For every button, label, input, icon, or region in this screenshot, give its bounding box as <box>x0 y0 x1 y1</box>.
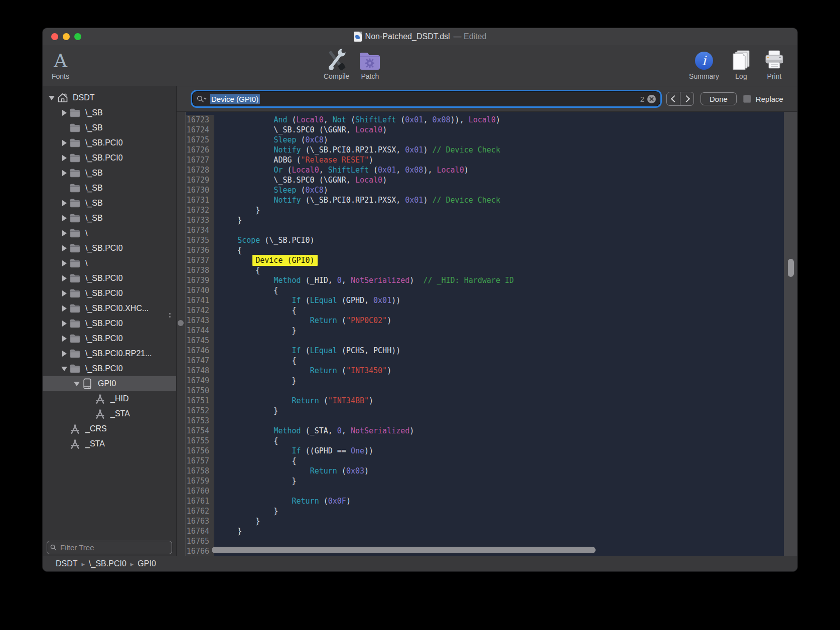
tree-item-sb[interactable]: \_SB <box>43 181 176 196</box>
code-line: 16746 If (LEqual (PCHS, PCHH)) <box>185 346 784 356</box>
tree-item-sbpci0[interactable]: \_SB.PCI0 <box>43 361 176 376</box>
line-number: 16746 <box>185 346 214 356</box>
tree-item-sta[interactable]: _STA <box>43 436 176 451</box>
filter-tree-input[interactable] <box>59 543 169 552</box>
tree-item-sb[interactable]: \_SB <box>43 211 176 226</box>
disclosure-closed-icon[interactable] <box>59 351 69 357</box>
disclosure-closed-icon[interactable] <box>59 170 69 176</box>
tree-item-sbpci0[interactable]: \_SB.PCI0 <box>43 271 176 286</box>
code-line: 16738 { <box>185 265 784 275</box>
tree-item-sbpci0[interactable]: \_SB.PCI0 <box>43 241 176 256</box>
tree-item-label: _STA <box>85 439 105 448</box>
disclosure-closed-icon[interactable] <box>59 215 69 221</box>
breadcrumb: DSDT▸\_SB.PCI0▸GPI0 <box>43 556 797 571</box>
elevator-strip[interactable] <box>177 112 186 556</box>
disclosure-closed-icon[interactable] <box>59 290 69 296</box>
compile-button[interactable]: Compile <box>324 48 349 80</box>
tree-item-label: \_SB.PCI0.RP21... <box>85 349 152 358</box>
document-icon <box>354 32 362 42</box>
breadcrumb-item[interactable]: DSDT <box>56 559 78 568</box>
splitter-grip[interactable] <box>169 313 171 318</box>
disclosure-open-icon[interactable] <box>59 367 69 371</box>
tree-item-sbpci0[interactable]: \_SB.PCI0 <box>43 286 176 301</box>
code-line-content: If (LEqual (GPHD, 0x01)) <box>214 295 400 305</box>
code-line: 16754 Method (_STA, 0, NotSerialized) <box>185 426 784 436</box>
disclosure-closed-icon[interactable] <box>59 321 69 327</box>
disclosure-closed-icon[interactable] <box>59 260 69 266</box>
tree-item-sb[interactable]: \_SB <box>43 166 176 181</box>
code-line: 16744 } <box>185 326 784 336</box>
summary-button[interactable]: i Summary <box>689 48 719 80</box>
disclosure-open-icon[interactable] <box>47 96 57 100</box>
tree-item-sbpci0[interactable]: \_SB.PCI0 <box>43 316 176 331</box>
tree-item-crs[interactable]: _CRS <box>43 421 176 436</box>
tree-item-gpi0[interactable]: GPI0 <box>43 376 176 391</box>
document-title: Non-Patched_DSDT.dsl <box>365 32 450 41</box>
code-line-content: Sleep (0xC8) <box>214 135 328 145</box>
tree-item-sta[interactable]: _STA <box>43 406 176 421</box>
tree-item-sbpci0rp21[interactable]: \_SB.PCI0.RP21... <box>43 346 176 361</box>
tree-item-sbpci0[interactable]: \_SB.PCI0 <box>43 150 176 166</box>
code-line-content: \_SB.SPC0 (\GGNR, Local0) <box>214 125 387 135</box>
patch-button[interactable]: Patch <box>358 48 381 80</box>
done-button[interactable]: Done <box>701 92 737 105</box>
find-input[interactable]: Device (GPI0) 2 <box>193 92 660 106</box>
replace-checkbox[interactable] <box>743 95 751 103</box>
tree-item-hid[interactable]: _HID <box>43 391 176 406</box>
tree-item-sb[interactable]: \_SB <box>43 196 176 211</box>
tree-item-sb[interactable]: \_SB <box>43 105 176 120</box>
vertical-scrollbar-thumb[interactable] <box>788 259 794 277</box>
code-line: 16735 Scope (\_SB.PCI0) <box>185 235 784 245</box>
filter-tree-field[interactable] <box>47 541 172 554</box>
method-icon <box>94 408 107 420</box>
titlebar: Non-Patched_DSDT.dsl — Edited <box>43 28 797 45</box>
folder-icon <box>69 168 82 178</box>
disclosure-closed-icon[interactable] <box>59 245 69 251</box>
disclosure-closed-icon[interactable] <box>59 336 69 342</box>
code-line: 16726 Notify (\_SB.PCI0.RP21.PXSX, 0x01)… <box>185 145 784 155</box>
line-number: 16747 <box>185 356 214 366</box>
folder-icon <box>69 319 82 329</box>
print-button[interactable]: Print <box>763 48 785 80</box>
disclosure-closed-icon[interactable] <box>59 305 69 311</box>
tree-item-label: _HID <box>110 394 128 403</box>
replace-label: Replace <box>756 95 783 103</box>
disclosure-open-icon[interactable] <box>72 382 82 386</box>
folder-icon <box>69 273 82 283</box>
disclosure-closed-icon[interactable] <box>59 155 69 161</box>
tree-item-sbpci0xhc[interactable]: \_SB.PCI0.XHC... <box>43 301 176 316</box>
code-line: 16761 Return (0x0F) <box>185 496 784 506</box>
code-editor[interactable]: 16723 And (Local0, Not (ShiftLeft (0x01,… <box>177 112 797 556</box>
scroll-position-dot[interactable] <box>178 320 184 326</box>
tree-item-label: DSDT <box>73 93 95 102</box>
tree-item-[interactable]: \ <box>43 256 176 271</box>
tree-item-sbpci0[interactable]: \_SB.PCI0 <box>43 331 176 346</box>
find-next-button[interactable] <box>680 92 693 105</box>
line-number: 16748 <box>185 366 214 376</box>
breadcrumb-item[interactable]: GPI0 <box>137 559 156 568</box>
disclosure-closed-icon[interactable] <box>59 140 69 146</box>
tree-item-sb[interactable]: \_SB <box>43 120 176 135</box>
tree-item-[interactable]: \ <box>43 226 176 241</box>
horizontal-scrollbar-thumb[interactable] <box>212 547 596 553</box>
code-line: 16740 { <box>185 285 784 295</box>
disclosure-closed-icon[interactable] <box>59 200 69 206</box>
line-number: 16728 <box>185 165 214 175</box>
code-line: 16733 } <box>185 215 784 225</box>
tree-item-dsdt[interactable]: DSDT <box>43 90 176 105</box>
disclosure-closed-icon[interactable] <box>59 110 69 116</box>
line-number: 16759 <box>185 476 214 486</box>
disclosure-closed-icon[interactable] <box>59 230 69 236</box>
search-menu-icon[interactable] <box>197 95 207 102</box>
device-icon <box>82 378 95 390</box>
log-button[interactable]: Log <box>730 48 752 80</box>
code-line-content <box>214 536 219 546</box>
vertical-scrollbar[interactable] <box>784 112 797 556</box>
find-previous-button[interactable] <box>667 92 680 105</box>
breadcrumb-item[interactable]: \_SB.PCI0 <box>89 559 126 568</box>
code-line-content: If ((GPHD == One)) <box>214 446 373 456</box>
clear-search-button[interactable] <box>647 95 656 103</box>
fonts-button[interactable]: A Fonts <box>52 48 69 80</box>
tree-item-sbpci0[interactable]: \_SB.PCI0 <box>43 135 176 150</box>
disclosure-closed-icon[interactable] <box>59 275 69 281</box>
